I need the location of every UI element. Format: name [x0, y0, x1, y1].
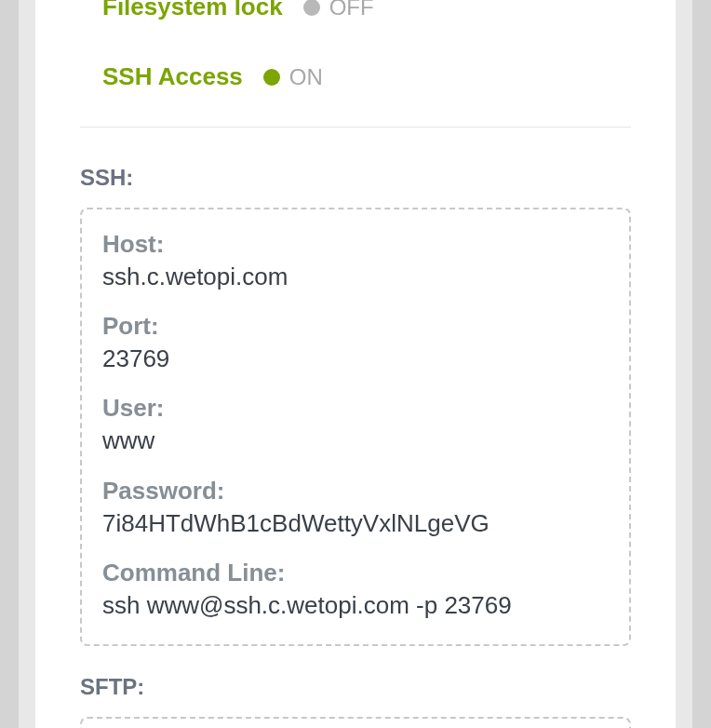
filesystem-lock-pill: OFF [303, 0, 374, 20]
ssh-user-field: User: www [102, 392, 609, 457]
ssh-section-title: SSH: [80, 165, 631, 191]
ssh-command-label: Command Line: [102, 557, 609, 589]
ssh-host-value[interactable]: ssh.c.wetopi.com [102, 261, 609, 293]
divider [80, 127, 631, 128]
page-background: Filesystem lock OFF SSH Access ON SSH: H… [19, 0, 692, 728]
ssh-user-value[interactable]: www [102, 425, 609, 457]
ssh-command-field: Command Line: ssh www@ssh.c.wetopi.com -… [102, 557, 609, 622]
circle-on-icon [263, 69, 280, 86]
ssh-port-field: Port: 23769 [102, 310, 609, 375]
sftp-section-title: SFTP: [80, 674, 631, 700]
settings-card: Filesystem lock OFF SSH Access ON SSH: H… [35, 0, 676, 728]
ssh-password-value[interactable]: 7i84HTdWhB1cBdWettyVxlNLgeVG [102, 507, 609, 540]
ssh-access-label: SSH Access [102, 62, 243, 91]
ssh-port-label: Port: [102, 310, 609, 343]
filesystem-lock-label: Filesystem lock [102, 0, 283, 21]
ssh-port-value[interactable]: 23769 [102, 343, 609, 375]
ssh-password-label: Password: [102, 475, 609, 507]
ssh-command-value[interactable]: ssh www@ssh.c.wetopi.com -p 23769 [102, 589, 609, 622]
filesystem-lock-state: OFF [329, 0, 374, 20]
ssh-user-label: User: [102, 392, 609, 425]
ssh-access-state: ON [289, 64, 323, 90]
ssh-access-toggle[interactable]: SSH Access ON [102, 55, 631, 99]
sftp-credentials-box: Host: ftp.c.wetopi.com [80, 717, 631, 728]
ssh-access-pill: ON [263, 64, 323, 90]
ssh-host-field: Host: ssh.c.wetopi.com [102, 228, 609, 293]
ssh-password-field: Password: 7i84HTdWhB1cBdWettyVxlNLgeVG [102, 475, 609, 540]
ssh-credentials-box: Host: ssh.c.wetopi.com Port: 23769 User:… [80, 208, 631, 646]
ssh-host-label: Host: [102, 228, 609, 261]
circle-off-icon [303, 0, 320, 16]
filesystem-lock-toggle[interactable]: Filesystem lock OFF [102, 0, 631, 29]
